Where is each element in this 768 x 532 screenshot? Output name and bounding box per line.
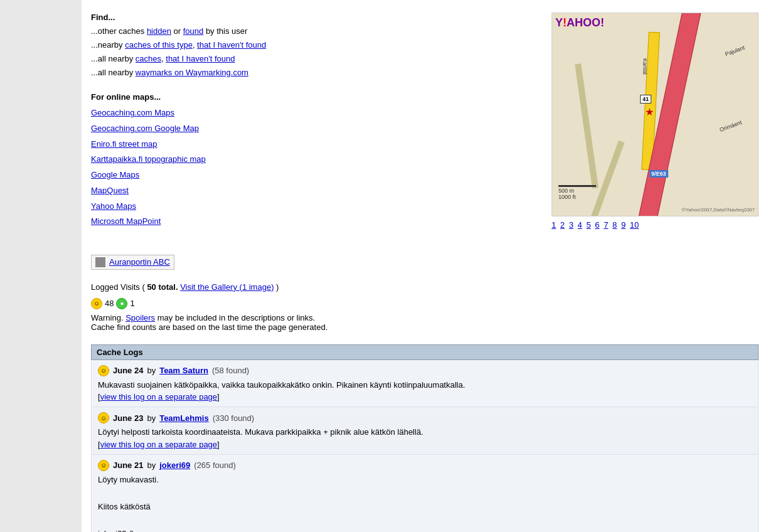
log-header-2: ☺ June 23 by TeamLehmis (330 found) [98, 412, 752, 423]
page-6[interactable]: 6 [595, 220, 599, 230]
find-havent-found-link1[interactable]: that I haven't found [197, 40, 266, 50]
find-line3: ...all nearby caches, that I haven't fou… [91, 52, 539, 66]
find-waymarks-link[interactable]: waymarks on Waymarking.com [136, 68, 248, 77]
page-10[interactable]: 10 [630, 220, 639, 230]
warning-note: Cache find counts are based on the last … [91, 322, 759, 332]
log-text-3e: jokeri69 & avec [98, 528, 752, 532]
map-copyright: ©Yahoo!2007,Data©Navteq2007 [681, 207, 755, 213]
find-line2: ...nearby caches of this type, that I ha… [91, 38, 539, 52]
log-smiley-2: ☺ [98, 412, 109, 423]
log-text-1: Mukavasti suojainen kätköpaikka, vaikka … [98, 379, 752, 391]
find-line4: ...all nearby waymarks on Waymarking.com [91, 66, 539, 80]
find-caches-of-type-link[interactable]: caches of this type [125, 40, 193, 50]
log-smiley-1: ☺ [98, 365, 109, 376]
log-smiley-3: ☺ [98, 460, 109, 471]
left-sidebar [0, 0, 82, 532]
thumbnail-container[interactable]: Auranportin ABC [91, 255, 174, 270]
page-9[interactable]: 9 [621, 220, 626, 230]
map-link-yahoo[interactable]: Yahoo Maps [91, 199, 539, 215]
log-user-1[interactable]: Team Saturn [159, 366, 208, 375]
log-text-3a: Löyty mukavasti. [98, 474, 752, 486]
log-view-link-1[interactable]: view this log on a separate page [100, 392, 217, 402]
thumbnail-link[interactable]: Auranportin ABC [109, 257, 170, 267]
thumbnail-icon [95, 257, 105, 267]
top-right: Y!AHOO! Kantat Pajulant Orimäent 41 9/E6… [552, 13, 759, 242]
find-other-caches-prefix: ...other caches [91, 26, 147, 36]
page-8[interactable]: 8 [612, 220, 617, 230]
smiley-found-icon: ☺ [91, 298, 102, 309]
find-nearby-prefix: ...nearby [91, 40, 125, 50]
find-by-user: by this user [203, 26, 247, 36]
find-all-nearby2: ...all nearby [91, 68, 136, 77]
find-caches-link[interactable]: caches [136, 54, 161, 63]
page-wrapper: Find... ...other caches hidden or found … [0, 0, 768, 532]
log-link-2: [view this log on a separate page] [98, 440, 752, 449]
page-4[interactable]: 4 [578, 220, 582, 230]
log-entry-3: ☺ June 21 by jokeri69 (265 found) Löyty … [91, 455, 759, 532]
log-date-1: June 24 [113, 366, 143, 375]
map-link-geocaching[interactable]: Geocaching.com Maps [91, 105, 539, 121]
find-line1: ...other caches hidden or found by this … [91, 24, 539, 38]
map-scale: 500 m 1000 ft [558, 185, 596, 200]
map-road-number-9: 9/E63 [649, 170, 668, 178]
page-1[interactable]: 1 [552, 220, 556, 230]
warning-section: Warning. Spoilers may be included in the… [91, 313, 759, 332]
find-section: Find... ...other caches hidden or found … [91, 13, 539, 80]
map-pagination: 1 2 3 4 5 6 7 8 9 10 [552, 220, 759, 230]
log-text-3d [98, 514, 752, 526]
log-text-3c: Kiitos kätköstä [98, 501, 752, 513]
map-label-kantat: Kantat [642, 58, 648, 75]
map-label-orimaent: Orimäent [718, 119, 742, 133]
find-title: Find... [91, 13, 539, 22]
main-content: Find... ...other caches hidden or found … [82, 0, 768, 532]
top-section: Find... ...other caches hidden or found … [91, 13, 759, 242]
find-or: or [171, 26, 183, 36]
log-view-link-2[interactable]: view this log on a separate page [100, 440, 217, 449]
log-entry-2: ☺ June 23 by TeamLehmis (330 found) Löyt… [91, 407, 759, 455]
log-user-3[interactable]: jokeri69 [159, 460, 190, 470]
map-link-microsoft[interactable]: Microsoft MapPoint [91, 214, 539, 230]
log-text-2: Löytyi helposti tarkoista koordinaateist… [98, 426, 752, 439]
map-link-google[interactable]: Google Maps [91, 168, 539, 183]
log-count-1: (58 found) [212, 366, 249, 375]
yahoo-map: Y!AHOO! Kantat Pajulant Orimäent 41 9/E6… [552, 13, 759, 216]
find-found-link[interactable]: found [183, 26, 204, 36]
map-link-geocaching-google[interactable]: Geocaching.com Google Map [91, 121, 539, 137]
logged-visits-count: 50 total. [147, 282, 178, 292]
attended-count: 1 [130, 299, 134, 308]
top-left: Find... ...other caches hidden or found … [91, 13, 539, 242]
log-header-3: ☺ June 21 by jokeri69 (265 found) [98, 460, 752, 471]
logged-visits: Logged Visits ( 50 total. Visit the Gall… [91, 282, 759, 292]
log-link-1: [view this log on a separate page] [98, 392, 752, 402]
log-entry-1: ☺ June 24 by Team Saturn (58 found) Muka… [91, 360, 759, 408]
page-3[interactable]: 3 [569, 220, 573, 230]
map-scale-line [558, 185, 596, 187]
log-count-2: (330 found) [213, 413, 255, 423]
log-count-3: (265 found) [194, 460, 236, 470]
map-link-karttapaikka[interactable]: Karttapaikka.fi topographic map [91, 152, 539, 168]
page-5[interactable]: 5 [586, 220, 590, 230]
log-text-3b [98, 487, 752, 499]
smiley-row: ☺ 48 ● 1 [91, 298, 759, 309]
log-header-1: ☺ June 24 by Team Saturn (58 found) [98, 365, 752, 376]
log-by-2: by [147, 413, 156, 423]
page-7[interactable]: 7 [604, 220, 608, 230]
log-by-1: by [147, 366, 156, 375]
map-link-mapquest[interactable]: MapQuest [91, 183, 539, 199]
map-road-number-41: 41 [640, 95, 651, 104]
cache-logs-section: Cache Logs ☺ June 24 by Team Saturn (58 … [91, 344, 759, 532]
map-scale-1000ft: 1000 ft [558, 194, 576, 200]
log-date-3: June 21 [113, 460, 143, 470]
find-hidden-link[interactable]: hidden [147, 26, 171, 36]
find-havent-found-link2[interactable]: that I haven't found [166, 54, 235, 63]
logged-visits-prefix: Logged Visits ( [91, 282, 145, 292]
cache-logs-header: Cache Logs [91, 344, 759, 360]
log-user-2[interactable]: TeamLehmis [159, 413, 209, 423]
thumbnail-section: Auranportin ABC [91, 255, 759, 270]
map-link-eniro[interactable]: Eniro.fi street map [91, 137, 539, 152]
gallery-link[interactable]: Visit the Gallery (1 image) [180, 282, 274, 292]
maps-section: For online maps... Geocaching.com Maps G… [91, 92, 539, 230]
found-count: 48 [105, 299, 114, 308]
page-2[interactable]: 2 [560, 220, 565, 230]
spoilers-link[interactable]: Spoilers [125, 313, 155, 322]
